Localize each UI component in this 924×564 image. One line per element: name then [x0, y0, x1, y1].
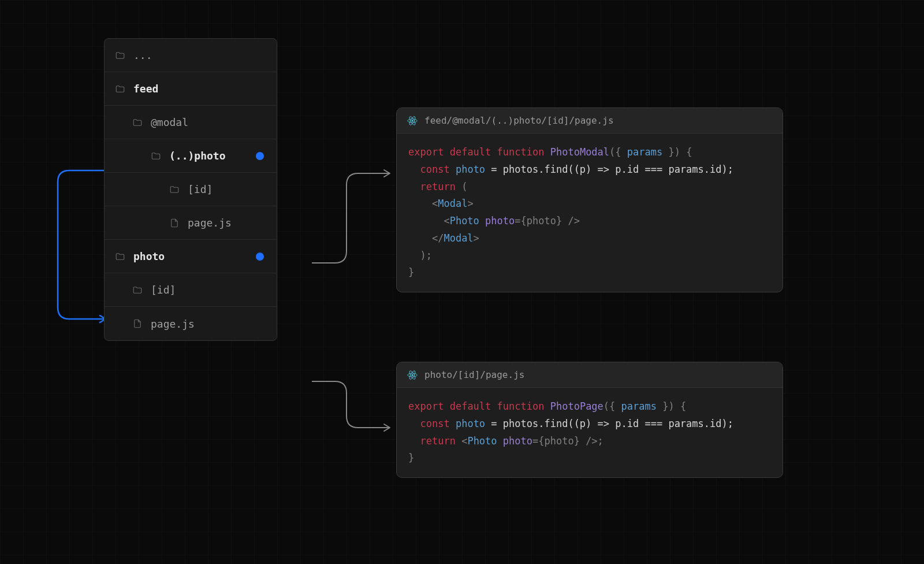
- tree-label: @modal: [151, 116, 188, 128]
- code-header: photo/[id]/page.js: [397, 362, 783, 388]
- tree-label: page.js: [188, 217, 232, 229]
- tree-row[interactable]: [id]: [105, 273, 277, 307]
- tree-row[interactable]: page.js: [105, 206, 277, 240]
- tree-row[interactable]: ...: [105, 39, 277, 72]
- folder-icon: [115, 50, 125, 61]
- folder-icon: [169, 184, 180, 195]
- tree-label: [id]: [151, 284, 176, 296]
- folder-icon: [132, 117, 143, 128]
- tree-row[interactable]: feed: [105, 72, 277, 106]
- file-icon: [132, 318, 143, 329]
- code-path: feed/@modal/(..)photo/[id]/page.js: [424, 115, 614, 126]
- connector-arrow: [277, 162, 410, 277]
- connector-arrow: [277, 370, 410, 451]
- react-icon: [407, 116, 418, 126]
- indicator-dot: [256, 152, 264, 160]
- code-body: export default function PhotoModal({ par…: [397, 133, 783, 292]
- folder-icon: [115, 251, 125, 262]
- tree-row[interactable]: (..)photo: [105, 139, 277, 173]
- code-path: photo/[id]/page.js: [424, 369, 524, 380]
- svg-point-4: [412, 374, 413, 376]
- react-icon: [407, 370, 418, 380]
- file-tree: ...feed@modal(..)photo[id]page.jsphoto[i…: [104, 38, 277, 341]
- file-icon: [169, 218, 180, 228]
- tree-label: [id]: [188, 183, 213, 195]
- code-panel-page: photo/[id]/page.js export default functi…: [396, 362, 783, 478]
- tree-row[interactable]: page.js: [105, 307, 277, 340]
- tree-label: ...: [133, 49, 152, 61]
- tree-label: page.js: [151, 318, 195, 330]
- tree-label: photo: [133, 250, 165, 262]
- tree-label: (..)photo: [169, 150, 226, 162]
- code-header: feed/@modal/(..)photo/[id]/page.js: [397, 108, 783, 133]
- indicator-dot: [256, 253, 264, 261]
- code-body: export default function PhotoPage({ para…: [397, 388, 783, 477]
- folder-icon: [151, 151, 161, 161]
- folder-icon: [115, 84, 125, 94]
- folder-icon: [132, 285, 143, 295]
- tree-row[interactable]: [id]: [105, 173, 277, 206]
- tree-row[interactable]: @modal: [105, 106, 277, 139]
- tree-row[interactable]: photo: [105, 240, 277, 273]
- svg-point-0: [412, 120, 413, 121]
- code-panel-modal: feed/@modal/(..)photo/[id]/page.js expor…: [396, 107, 783, 292]
- tree-label: feed: [133, 83, 158, 95]
